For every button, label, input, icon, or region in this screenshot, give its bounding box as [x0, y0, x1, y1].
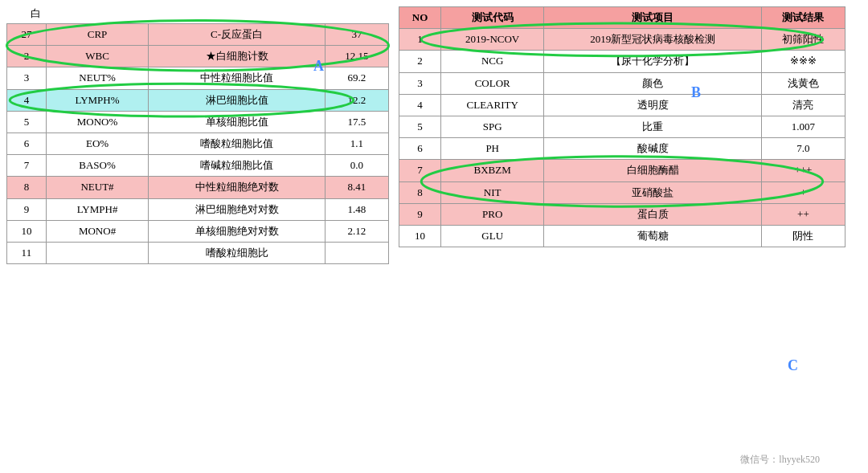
- left-cell-no: 6: [7, 133, 47, 154]
- right-cell-code: GLU: [441, 225, 544, 247]
- left-table-row: 2 WBC ★白细胞计数 12.15: [7, 46, 389, 67]
- right-table: NO 测试代码 测试项目 测试结果 1 2019-NCOV 2019新型冠状病毒…: [399, 6, 845, 247]
- right-table-header: NO 测试代码 测试项目 测试结果: [399, 7, 845, 29]
- left-cell-no: 5: [7, 111, 47, 133]
- left-table-row: 8 NEUT# 中性粒细胞绝对数 8.41: [7, 177, 389, 198]
- right-table-row: 5 SPG 比重 1.007: [399, 116, 845, 137]
- left-cell-name: 中性粒细胞比值: [149, 67, 325, 89]
- left-cell-no: 10: [7, 220, 47, 242]
- left-table-row: 7 BASO% 嗜碱粒细胞比值 0.0: [7, 155, 389, 177]
- right-cell-code: PH: [441, 138, 544, 160]
- right-col-code: 测试代码: [441, 7, 544, 29]
- left-table-row: 3 NEUT% 中性粒细胞比值 69.2: [7, 67, 389, 89]
- right-cell-name: 比重: [544, 116, 762, 137]
- left-cell-value: 12.15: [325, 46, 388, 67]
- left-table-container: 白 27 CRP C-反应蛋白 37 2 WBC ★白细胞计数 12.15 3 …: [0, 0, 394, 473]
- left-cell-code: NEUT#: [46, 177, 149, 198]
- right-cell-value: ++: [761, 203, 845, 225]
- right-cell-no: 6: [399, 138, 441, 160]
- right-cell-no: 7: [399, 160, 441, 181]
- left-cell-value: 8.41: [325, 177, 388, 198]
- left-cell-code: [46, 242, 149, 263]
- right-cell-name: 蛋白质: [544, 203, 762, 225]
- right-cell-code: NCG: [441, 51, 544, 72]
- right-cell-code: CLEARITY: [441, 94, 544, 116]
- left-cell-code: LYMPH%: [46, 89, 149, 111]
- left-cell-no: 4: [7, 89, 47, 111]
- right-cell-no: 1: [399, 29, 441, 51]
- left-cell-name: ★白细胞计数: [149, 46, 325, 67]
- left-cell-code: MONO%: [46, 111, 149, 133]
- right-table-row: 7 BXBZM 白细胞酶醋 +++: [399, 160, 845, 181]
- right-table-row: 8 NIT 亚硝酸盐 +: [399, 181, 845, 203]
- right-cell-value: 初筛阳性: [761, 29, 845, 51]
- left-table-row: 5 MONO% 单核细胞比值 17.5: [7, 111, 389, 133]
- label-a: A: [313, 58, 324, 75]
- right-cell-code: COLOR: [441, 72, 544, 94]
- left-cell-no: 3: [7, 67, 47, 89]
- left-cell-value: 69.2: [325, 67, 388, 89]
- left-cell-no: 9: [7, 198, 47, 220]
- left-cell-name: C-反应蛋白: [149, 24, 325, 46]
- right-table-row: 10 GLU 葡萄糖 阴性: [399, 225, 845, 247]
- left-cell-value: 12.2: [325, 89, 388, 111]
- left-cell-no: 7: [7, 155, 47, 177]
- right-cell-name: 葡萄糖: [544, 225, 762, 247]
- right-table-row: 2 NCG 【尿干化学分析】 ※※※: [399, 51, 845, 72]
- right-table-row: 3 COLOR 颜色 浅黄色: [399, 72, 845, 94]
- left-cell-code: CRP: [46, 24, 149, 46]
- right-cell-value: 清亮: [761, 94, 845, 116]
- right-cell-name: 颜色: [544, 72, 762, 94]
- right-cell-code: NIT: [441, 181, 544, 203]
- right-table-row: 1 2019-NCOV 2019新型冠状病毒核酸检测 初筛阳性: [399, 29, 845, 51]
- right-cell-name: 透明度: [544, 94, 762, 116]
- right-cell-no: 5: [399, 116, 441, 137]
- right-cell-no: 3: [399, 72, 441, 94]
- right-cell-no: 4: [399, 94, 441, 116]
- left-cell-code: EO%: [46, 133, 149, 154]
- left-table-row: 4 LYMPH% 淋巴细胞比值 12.2: [7, 89, 389, 111]
- left-cell-no: 27: [7, 24, 47, 46]
- right-table-row: 4 CLEARITY 透明度 清亮: [399, 94, 845, 116]
- right-table-row: 6 PH 酸碱度 7.0: [399, 138, 845, 160]
- right-cell-no: 9: [399, 203, 441, 225]
- right-cell-name: 【尿干化学分析】: [544, 51, 762, 72]
- right-cell-value: 1.007: [761, 116, 845, 137]
- left-table-row: 9 LYMPH# 淋巴细胞绝对对数 1.48: [7, 198, 389, 220]
- right-table-container: NO 测试代码 测试项目 测试结果 1 2019-NCOV 2019新型冠状病毒…: [394, 0, 852, 473]
- left-cell-name: 嗜酸粒细胞比: [149, 242, 325, 263]
- left-cell-code: NEUT%: [46, 67, 149, 89]
- left-cell-no: 2: [7, 46, 47, 67]
- left-cell-name: 嗜酸粒细胞比值: [149, 133, 325, 154]
- left-cell-name: 中性粒细胞绝对数: [149, 177, 325, 198]
- left-cell-value: 37: [325, 24, 388, 46]
- left-cell-code: BASO%: [46, 155, 149, 177]
- left-table: 27 CRP C-反应蛋白 37 2 WBC ★白细胞计数 12.15 3 NE…: [6, 23, 389, 264]
- left-table-row: 27 CRP C-反应蛋白 37: [7, 24, 389, 46]
- main-container: 白 27 CRP C-反应蛋白 37 2 WBC ★白细胞计数 12.15 3 …: [0, 0, 868, 473]
- right-cell-no: 10: [399, 225, 441, 247]
- right-cell-code: PRO: [441, 203, 544, 225]
- right-cell-no: 8: [399, 181, 441, 203]
- right-cell-code: BXBZM: [441, 160, 544, 181]
- right-cell-name: 酸碱度: [544, 138, 762, 160]
- left-table-row: 10 MONO# 单核细胞绝对对数 2.12: [7, 220, 389, 242]
- right-col-name: 测试项目: [544, 7, 762, 29]
- label-c: C: [788, 357, 798, 374]
- left-cell-value: 1.48: [325, 198, 388, 220]
- label-b: B: [691, 84, 701, 101]
- left-cell-name: 单核细胞绝对对数: [149, 220, 325, 242]
- left-table-row: 6 EO% 嗜酸粒细胞比值 1.1: [7, 133, 389, 154]
- right-cell-value: 浅黄色: [761, 72, 845, 94]
- watermark: 微信号：lhyyek520: [740, 453, 820, 467]
- right-cell-value: 7.0: [761, 138, 845, 160]
- right-cell-code: 2019-NCOV: [441, 29, 544, 51]
- right-cell-code: SPG: [441, 116, 544, 137]
- right-col-result: 测试结果: [761, 7, 845, 29]
- left-top-label: 白: [6, 6, 389, 21]
- right-cell-value: 阴性: [761, 225, 845, 247]
- right-cell-value: +++: [761, 160, 845, 181]
- left-cell-code: MONO#: [46, 220, 149, 242]
- left-table-row: 11 嗜酸粒细胞比: [7, 242, 389, 263]
- left-cell-name: 单核细胞比值: [149, 111, 325, 133]
